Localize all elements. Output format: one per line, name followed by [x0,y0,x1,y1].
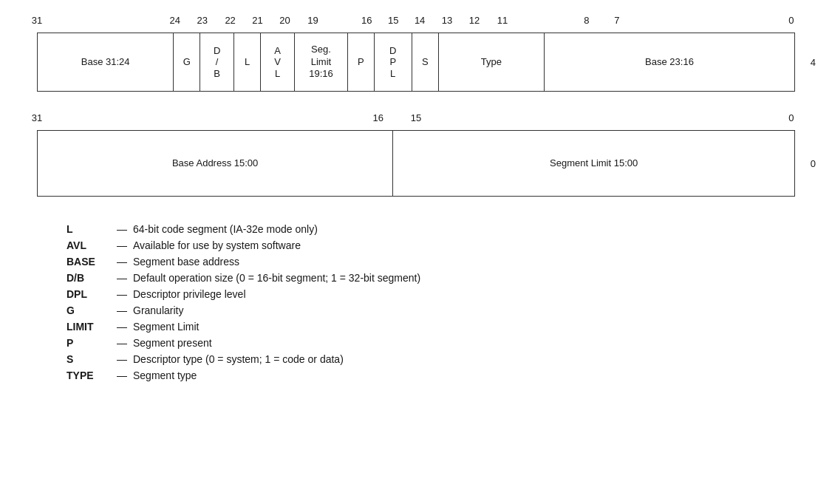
bit-label-11: 11 [497,15,508,26]
legend-item-limit: LIMIT — Segment Limit [67,321,810,333]
bit-label-20: 20 [279,15,290,26]
legend-item-l: L — 64-bit code segment (IA-32e mode onl… [67,223,810,235]
legend-key-dpl: DPL [67,288,111,300]
legend-item-s: S — Descriptor type (0 = system; 1 = cod… [67,353,810,365]
row1-bit-labels: 31 24 23 22 21 20 19 16 15 14 13 12 11 8… [37,15,795,31]
legend-key-avl: AVL [67,239,111,251]
legend-key-db: D/B [67,272,111,284]
legend-desc-db: Default operation size (0 = 16-bit segme… [133,272,420,284]
legend-item-g: G — Granularity [67,304,810,316]
row2-container: Base Address 15:00 Segment Limit 15:00 0 [37,130,795,197]
bit-label-12: 12 [469,15,480,26]
bit-label-15-r2: 15 [411,112,421,123]
bit-label-13: 13 [442,15,452,26]
bit-label-21: 21 [252,15,262,26]
legend-desc-type: Segment type [133,370,197,381]
legend-item-dpl: DPL — Descriptor privilege level [67,288,810,300]
legend-key-base: BASE [67,256,111,268]
cell-base2316: Base 23:16 [545,33,794,91]
cell-l: L [234,33,261,91]
legend-key-p: P [67,337,111,349]
legend-desc-p: Segment present [133,337,212,349]
legend-key-limit: LIMIT [67,321,111,333]
bit-label-22: 22 [225,15,235,26]
cell-g: G [174,33,200,91]
bit-label-14: 14 [415,15,425,26]
cell-type: Type [439,33,545,91]
legend-desc-dpl: Descriptor privilege level [133,288,246,300]
legend-desc-g: Granularity [133,304,183,316]
bit-label-31-r2: 31 [32,112,42,123]
legend-item-db: D/B — Default operation size (0 = 16-bit… [67,272,810,284]
legend-desc-s: Descriptor type (0 = system; 1 = code or… [133,353,344,365]
cell-seglim2: Segment Limit 15:00 [393,131,794,196]
row2-offset: 0 [811,158,816,169]
legend-key-g: G [67,304,111,316]
legend-desc-limit: Segment Limit [133,321,199,333]
cell-base3124: Base 31:24 [38,33,174,91]
bit-label-31-r1: 31 [32,15,42,26]
register-row-1: Base 31:24 G D/ B L AVL Seg.Limit19:16 P… [37,33,795,92]
legend-item-type: TYPE — Segment type [67,370,810,381]
legend-item-base: BASE — Segment base address [67,256,810,268]
diagram-wrapper: 31 24 23 22 21 20 19 16 15 14 13 12 11 8… [37,15,795,197]
cell-avl: AVL [261,33,295,91]
bit-label-23: 23 [197,15,207,26]
legend-desc-avl: Available for use by system software [133,239,301,251]
register-row-2: Base Address 15:00 Segment Limit 15:00 [37,130,795,197]
cell-dpl: DPL [375,33,412,91]
legend-desc-l: 64-bit code segment (IA-32e mode only) [133,223,318,235]
row2-bit-labels: 31 16 15 0 [37,112,795,129]
bit-label-16-r2: 16 [372,112,383,123]
row1-container: Base 31:24 G D/ B L AVL Seg.Limit19:16 P… [37,33,795,92]
bit-label-7: 7 [614,15,619,26]
bit-label-0-r2: 0 [788,112,794,123]
cell-db: D/ B [200,33,234,91]
bit-label-8: 8 [584,15,589,26]
cell-baseaddr: Base Address 15:00 [38,131,393,196]
legend-desc-base: Segment base address [133,256,239,268]
cell-p: P [348,33,375,91]
bit-label-19: 19 [307,15,318,26]
cell-seglim: Seg.Limit19:16 [295,33,348,91]
legend-key-s: S [67,353,111,365]
section2: 31 16 15 0 Base Address 15:00 Segment Li… [37,112,795,197]
cell-s: S [412,33,439,91]
bit-label-24: 24 [169,15,180,26]
legend-item-p: P — Segment present [67,337,810,349]
bit-label-15: 15 [388,15,398,26]
bit-label-16: 16 [361,15,372,26]
row1-offset: 4 [811,57,816,68]
legend-key-l: L [67,223,111,235]
bit-label-0-r1: 0 [788,15,794,26]
legend: L — 64-bit code segment (IA-32e mode onl… [22,223,810,381]
legend-key-type: TYPE [67,370,111,381]
legend-item-avl: AVL — Available for use by system softwa… [67,239,810,251]
